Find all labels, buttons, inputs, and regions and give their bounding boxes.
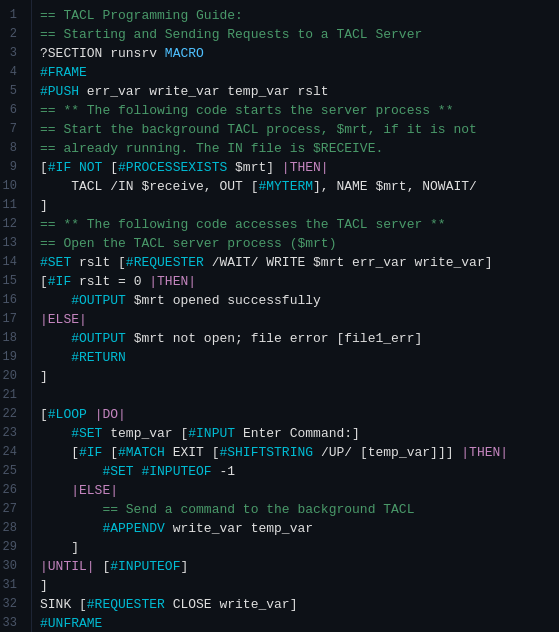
code-token: #SET	[71, 426, 102, 441]
line-number: 11	[0, 196, 25, 215]
code-line: |UNTIL| [#INPUTEOF]	[40, 557, 551, 576]
code-line: == already running. The IN file is $RECE…	[40, 139, 551, 158]
code-token: ]	[40, 198, 48, 213]
line-number: 21	[0, 386, 25, 405]
code-token: #MYTERM	[258, 179, 313, 194]
code-token: #REQUESTER	[126, 255, 204, 270]
code-token: #IF	[79, 445, 102, 460]
code-token: [	[40, 407, 48, 422]
code-token: SINK [	[40, 597, 87, 612]
line-numbers: 1234567891011121314151617181920212223242…	[0, 0, 32, 632]
code-line: #SET temp_var [#INPUT Enter Command:]	[40, 424, 551, 443]
code-line: [#IF [#MATCH EXIT [#SHIFTSTRING /UP/ [te…	[40, 443, 551, 462]
code-token: /WAIT/ WRITE $mrt err_var write_var]	[204, 255, 493, 270]
code-line: #OUTPUT $mrt opened successfully	[40, 291, 551, 310]
code-token: |UNTIL|	[40, 559, 102, 574]
line-number: 26	[0, 481, 25, 500]
code-line: #UNFRAME	[40, 614, 551, 632]
line-number: 27	[0, 500, 25, 519]
code-token: == Start the background TACL process, $m…	[40, 122, 477, 137]
code-token: #OUTPUT	[71, 331, 126, 346]
code-line: TACL /IN $receive, OUT [#MYTERM], NAME $…	[40, 177, 551, 196]
line-number: 1	[0, 6, 25, 25]
code-token	[40, 350, 71, 365]
code-token: #RETURN	[71, 350, 126, 365]
line-number: 25	[0, 462, 25, 481]
code-token: == ** The following code starts the serv…	[40, 103, 453, 118]
line-number: 6	[0, 101, 25, 120]
line-number: 24	[0, 443, 25, 462]
code-token: == already running. The IN file is $RECE…	[40, 141, 383, 156]
line-number: 20	[0, 367, 25, 386]
code-token: err_var write_var temp_var rslt	[87, 84, 329, 99]
code-token: [	[102, 445, 118, 460]
code-token: ?SECTION runsrv	[40, 46, 165, 61]
code-line	[40, 386, 551, 405]
code-line: #SET #INPUTEOF -1	[40, 462, 551, 481]
code-token: MACRO	[165, 46, 204, 61]
code-token: -1	[212, 464, 235, 479]
code-line: == ** The following code starts the serv…	[40, 101, 551, 120]
line-number: 16	[0, 291, 25, 310]
code-token: CLOSE write_var]	[165, 597, 298, 612]
line-number: 12	[0, 215, 25, 234]
code-token	[40, 464, 102, 479]
code-token: ]	[40, 369, 48, 384]
code-line: #SET rslt [#REQUESTER /WAIT/ WRITE $mrt …	[40, 253, 551, 272]
code-token: ]	[40, 578, 48, 593]
code-token: == TACL Programming Guide:	[40, 8, 243, 23]
code-line: ]	[40, 576, 551, 595]
line-number: 22	[0, 405, 25, 424]
code-token: write_var temp_var	[165, 521, 313, 536]
code-token: rslt = 0	[71, 274, 149, 289]
line-number: 14	[0, 253, 25, 272]
code-token: Enter Command:]	[235, 426, 360, 441]
code-line: [#IF NOT [#PROCESSEXISTS $mrt] |THEN|	[40, 158, 551, 177]
code-line: [#LOOP |DO|	[40, 405, 551, 424]
line-number: 19	[0, 348, 25, 367]
code-token: |THEN|	[461, 445, 508, 460]
code-line: == Starting and Sending Requests to a TA…	[40, 25, 551, 44]
code-editor: 1234567891011121314151617181920212223242…	[0, 0, 559, 632]
line-number: 3	[0, 44, 25, 63]
code-line: == ** The following code accesses the TA…	[40, 215, 551, 234]
code-token: #LOOP	[48, 407, 87, 422]
code-line: == TACL Programming Guide:	[40, 6, 551, 25]
line-number: 33	[0, 614, 25, 632]
code-token: #MATCH	[118, 445, 165, 460]
code-line: ]	[40, 196, 551, 215]
code-token: == Open the TACL server process ($mrt)	[40, 236, 336, 251]
line-number: 9	[0, 158, 25, 177]
line-number: 30	[0, 557, 25, 576]
line-number: 15	[0, 272, 25, 291]
line-number: 28	[0, 519, 25, 538]
code-line: [#IF rslt = 0 |THEN|	[40, 272, 551, 291]
code-line: == Start the background TACL process, $m…	[40, 120, 551, 139]
code-token: EXIT [	[165, 445, 220, 460]
line-number: 4	[0, 63, 25, 82]
code-token: rslt [	[79, 255, 126, 270]
code-token: $mrt]	[227, 160, 282, 175]
code-token	[40, 521, 102, 536]
code-token: [	[40, 445, 79, 460]
code-token: #PROCESSEXISTS	[118, 160, 227, 175]
line-number: 23	[0, 424, 25, 443]
code-line: #PUSH err_var write_var temp_var rslt	[40, 82, 551, 101]
code-token: #APPENDV	[102, 521, 164, 536]
code-token: #PUSH	[40, 84, 87, 99]
code-token: |THEN|	[282, 160, 329, 175]
code-line: |ELSE|	[40, 310, 551, 329]
code-token: $mrt opened successfully	[126, 293, 321, 308]
code-line: #APPENDV write_var temp_var	[40, 519, 551, 538]
code-token: [	[40, 160, 48, 175]
code-token: |DO|	[95, 407, 126, 422]
code-line: #FRAME	[40, 63, 551, 82]
code-line: #OUTPUT $mrt not open; file error [file1…	[40, 329, 551, 348]
line-number: 32	[0, 595, 25, 614]
code-line: ]	[40, 538, 551, 557]
line-number: 17	[0, 310, 25, 329]
code-token: #REQUESTER	[87, 597, 165, 612]
line-number: 10	[0, 177, 25, 196]
code-token: #IF	[48, 274, 71, 289]
code-token: #FRAME	[40, 65, 87, 80]
